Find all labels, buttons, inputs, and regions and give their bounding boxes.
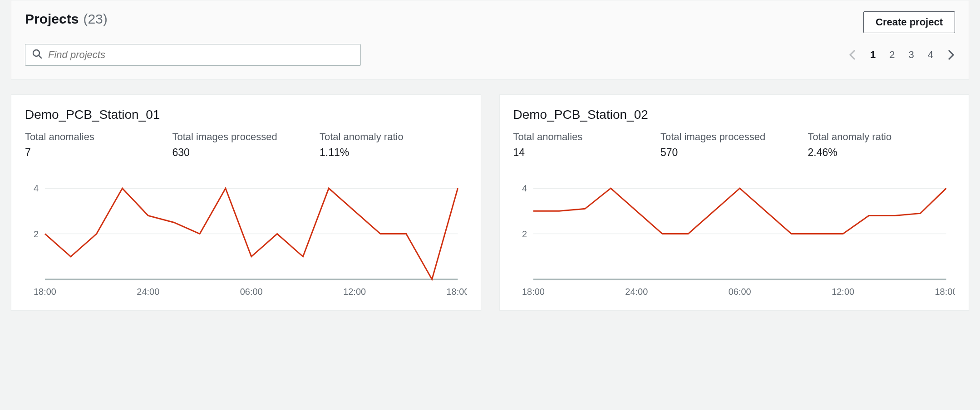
title-count: (23)	[83, 11, 107, 27]
stat-value: 1.11%	[320, 146, 467, 159]
paginator: 1 2 3 4	[848, 49, 955, 61]
project-title: Demo_PCB_Station_02	[513, 107, 955, 122]
page-4-button[interactable]: 4	[928, 49, 933, 61]
project-title: Demo_PCB_Station_01	[25, 107, 467, 122]
stat-ratio: Total anomaly ratio 1.11%	[320, 131, 467, 159]
project-cards-row: Demo_PCB_Station_01 Total anomalies 7 To…	[0, 94, 980, 311]
stat-label: Total images processed	[172, 131, 320, 143]
page-title: Projects (23)	[25, 11, 108, 27]
stat-value: 2.46%	[808, 146, 955, 159]
stat-value: 570	[660, 146, 808, 159]
project-card[interactable]: Demo_PCB_Station_01 Total anomalies 7 To…	[11, 94, 481, 311]
svg-text:06:00: 06:00	[728, 287, 751, 297]
svg-text:4: 4	[34, 183, 39, 193]
stat-label: Total anomalies	[25, 131, 172, 143]
stat-anomalies: Total anomalies 7	[25, 131, 172, 159]
search-input[interactable]	[48, 49, 354, 61]
stat-images: Total images processed 570	[660, 131, 808, 159]
anomaly-chart: 2418:0024:0006:0012:0018:00	[25, 172, 467, 299]
stat-label: Total anomaly ratio	[808, 131, 955, 143]
svg-text:18:00: 18:00	[34, 287, 56, 297]
page-1-button[interactable]: 1	[870, 49, 876, 61]
page-2-button[interactable]: 2	[889, 49, 895, 61]
create-project-button[interactable]: Create project	[863, 11, 955, 33]
project-card[interactable]: Demo_PCB_Station_02 Total anomalies 14 T…	[499, 94, 970, 311]
stat-label: Total anomalies	[513, 131, 661, 143]
projects-header-panel: Projects (23) Create project 1 2 3 4	[11, 0, 969, 80]
title-text: Projects	[25, 11, 79, 27]
stat-ratio: Total anomaly ratio 2.46%	[808, 131, 955, 159]
stat-value: 7	[25, 146, 172, 159]
svg-text:24:00: 24:00	[625, 287, 648, 297]
stat-value: 630	[172, 146, 320, 159]
stat-label: Total images processed	[660, 131, 808, 143]
svg-text:4: 4	[522, 183, 527, 193]
svg-text:18:00: 18:00	[447, 287, 467, 297]
stat-images: Total images processed 630	[172, 131, 320, 159]
svg-line-1	[39, 56, 42, 59]
next-page-button[interactable]	[947, 49, 955, 61]
anomaly-chart: 2418:0024:0006:0012:0018:00	[513, 172, 955, 299]
svg-text:12:00: 12:00	[832, 287, 854, 297]
prev-page-button[interactable]	[848, 49, 857, 61]
page-3-button[interactable]: 3	[909, 49, 914, 61]
stat-anomalies: Total anomalies 14	[513, 131, 661, 159]
stat-label: Total anomaly ratio	[320, 131, 467, 143]
svg-text:12:00: 12:00	[343, 287, 366, 297]
stat-value: 14	[513, 146, 661, 159]
svg-text:24:00: 24:00	[137, 287, 159, 297]
search-icon	[32, 49, 43, 61]
search-box[interactable]	[25, 44, 361, 66]
svg-text:2: 2	[34, 229, 39, 239]
svg-text:18:00: 18:00	[522, 287, 544, 297]
svg-text:06:00: 06:00	[240, 287, 263, 297]
svg-text:18:00: 18:00	[935, 287, 955, 297]
svg-text:2: 2	[522, 229, 527, 239]
